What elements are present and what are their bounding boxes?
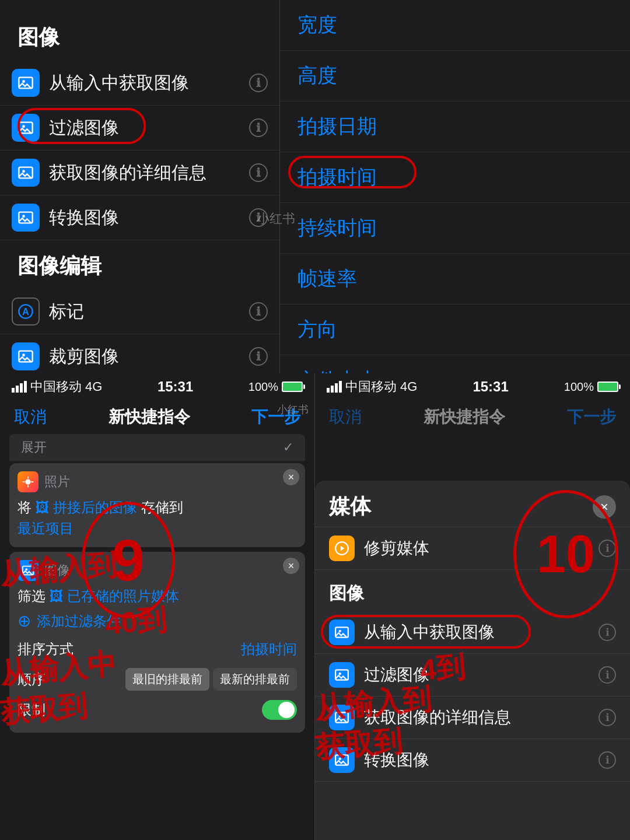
signal-icon-right xyxy=(327,381,342,393)
next-button[interactable]: 下一步 xyxy=(251,406,300,428)
order-newest-button[interactable]: 最新的排最前 xyxy=(213,668,297,691)
block2-photos-ref: 🖼 已存储的照片媒体 xyxy=(50,588,180,604)
modal-convert-info[interactable]: ℹ xyxy=(598,751,616,769)
modal-item-image-detail[interactable]: 获取图像的详细信息 ℹ xyxy=(315,696,630,739)
close-block2-button[interactable]: × xyxy=(283,558,299,574)
add-filter-button[interactable]: ⊕ 添加过滤条件 xyxy=(18,607,297,635)
sort-row: 排序方式 拍摄时间 xyxy=(18,635,297,663)
modal-filter-info[interactable]: ℹ xyxy=(598,666,616,684)
status-bar-right: 中国移动 4G 15:31 100% xyxy=(315,373,630,400)
menu-item-label: 过滤图像 xyxy=(49,116,249,140)
annotate-icon: A xyxy=(12,298,40,326)
svg-point-28 xyxy=(339,758,341,760)
trim-icon xyxy=(329,536,355,561)
right-item-label: 方向 xyxy=(298,316,612,343)
block1-image-ref: 🖼 拼接后的图像 xyxy=(36,499,138,515)
modal-title: 媒体 xyxy=(329,492,371,521)
menu-item-label: 获取图像的详细信息 xyxy=(49,161,249,185)
crop-image-icon xyxy=(12,342,40,370)
right-item-capture-time[interactable]: 拍摄时间 xyxy=(280,152,630,203)
limit-row: 限制 xyxy=(18,695,297,724)
order-oldest-button[interactable]: 最旧的排最前 xyxy=(125,668,209,691)
modal-header: 媒体 × xyxy=(315,481,630,527)
right-item-label: 持续时间 xyxy=(298,215,612,242)
modal-panel: 媒体 × 修剪媒体 ℹ 图像 从输入中获取图像 ℹ xyxy=(315,481,630,840)
left-phone: 中国移动 4G 15:31 100% 取消 新快捷指令 下一步 展开 ✓ xyxy=(0,373,315,840)
sort-label: 排序方式 xyxy=(18,640,74,659)
modal-item-convert[interactable]: 转换图像 ℹ xyxy=(315,739,630,782)
svg-point-24 xyxy=(339,673,341,675)
menu-item-filter-image[interactable]: 过滤图像 ℹ xyxy=(0,106,279,150)
modal-image-detail-info[interactable]: ℹ xyxy=(598,709,616,726)
block-label-photos: 照片 xyxy=(44,473,70,491)
menu-item-label: 裁剪图像 xyxy=(49,345,249,369)
expand-icon: ✓ xyxy=(283,440,293,455)
modal-item-trim[interactable]: 修剪媒体 ℹ xyxy=(315,527,630,570)
section-title-image: 图像 xyxy=(0,18,279,61)
limit-label: 限制 xyxy=(18,701,46,719)
carrier-label: 中国移动 xyxy=(30,378,82,396)
modal-item-filter[interactable]: 过滤图像 ℹ xyxy=(315,654,630,696)
info-icon[interactable]: ℹ xyxy=(249,347,268,366)
menu-item-image-detail[interactable]: 获取图像的详细信息 ℹ xyxy=(0,150,279,195)
top-section: 图像 从输入中获取图像 ℹ 过滤图像 ℹ 获取图像的详细信息 ℹ xyxy=(0,0,630,373)
info-icon[interactable]: ℹ xyxy=(249,163,268,182)
nav-bar-right: 取消 新快捷指令 下一步 xyxy=(315,400,630,434)
info-icon[interactable]: ℹ xyxy=(249,118,268,137)
block1-link[interactable]: 最近项目 xyxy=(18,520,74,536)
right-item-label: 宽度 xyxy=(298,12,612,38)
right-item-duration[interactable]: 持续时间 xyxy=(280,203,630,254)
svg-point-5 xyxy=(22,170,25,173)
order-buttons: 最旧的排最前 最新的排最前 xyxy=(125,668,297,691)
add-filter-label: 添加过滤条件 xyxy=(37,612,121,631)
menu-item-crop-image[interactable]: 裁剪图像 ℹ xyxy=(0,334,279,373)
modal-get-image-icon xyxy=(329,620,355,645)
modal-close-button[interactable]: × xyxy=(593,495,616,519)
battery-percent-right: 100% xyxy=(564,380,594,394)
cancel-button-right[interactable]: 取消 xyxy=(329,406,362,428)
svg-marker-20 xyxy=(341,546,345,551)
modal-item-get-image[interactable]: 从输入中获取图像 ℹ xyxy=(315,611,630,654)
trim-info-icon[interactable]: ℹ xyxy=(598,540,616,557)
status-time: 15:31 xyxy=(158,379,193,395)
image-detail-icon xyxy=(12,159,40,187)
block-label-image: 图像 xyxy=(44,562,70,579)
info-icon[interactable]: ℹ xyxy=(249,74,268,92)
status-right-right: 100% xyxy=(564,380,618,394)
right-item-label: 高度 xyxy=(298,62,612,89)
menu-item-annotate[interactable]: A 标记 ℹ xyxy=(0,289,279,334)
block1-text2: 存储到 xyxy=(141,499,183,515)
right-item-filesize[interactable]: 文件大小 xyxy=(280,355,630,373)
info-icon[interactable]: ℹ xyxy=(249,208,268,227)
network-label: 4G xyxy=(85,379,102,394)
carrier-label-right: 中国移动 xyxy=(345,378,397,396)
modal-get-image-info[interactable]: ℹ xyxy=(598,624,616,641)
expand-bar[interactable]: 展开 ✓ xyxy=(9,434,305,461)
modal-filter-icon xyxy=(329,662,355,688)
right-item-orientation[interactable]: 方向 xyxy=(280,304,630,355)
shortcut-block-image: 图像 × 筛选 🖼 已存储的照片媒体 ⊕ 添加过滤条件 排序方式 拍摄时间 顺序… xyxy=(9,552,305,733)
right-item-width[interactable]: 宽度 xyxy=(280,0,630,51)
image-app-icon xyxy=(18,560,38,581)
nav-title-right: 新快捷指令 xyxy=(424,406,505,428)
modal-image-detail-icon xyxy=(329,705,355,730)
menu-item-get-image[interactable]: 从输入中获取图像 ℹ xyxy=(0,61,279,106)
sort-value[interactable]: 拍摄时间 xyxy=(241,640,297,659)
next-button-right[interactable]: 下一步 xyxy=(567,406,616,428)
photos-app-icon xyxy=(18,471,38,492)
section-title-image-edit: 图像编辑 xyxy=(0,246,279,289)
block1-content: 将 🖼 拼接后的图像 存储到 最近项目 xyxy=(18,497,297,539)
limit-toggle[interactable] xyxy=(262,700,297,720)
right-item-capture-date[interactable]: 拍摄日期 xyxy=(280,102,630,152)
svg-point-3 xyxy=(22,125,25,128)
svg-point-18 xyxy=(25,568,27,570)
right-item-framerate[interactable]: 帧速率 xyxy=(280,254,630,304)
battery-icon-right xyxy=(597,382,618,392)
network-label-right: 4G xyxy=(400,379,417,394)
info-icon[interactable]: ℹ xyxy=(249,302,268,321)
nav-title: 新快捷指令 xyxy=(108,406,190,428)
menu-item-convert-image[interactable]: 转换图像 ℹ xyxy=(0,195,279,240)
close-block1-button[interactable]: × xyxy=(283,469,299,485)
cancel-button[interactable]: 取消 xyxy=(14,406,47,428)
right-item-height[interactable]: 高度 xyxy=(280,51,630,102)
